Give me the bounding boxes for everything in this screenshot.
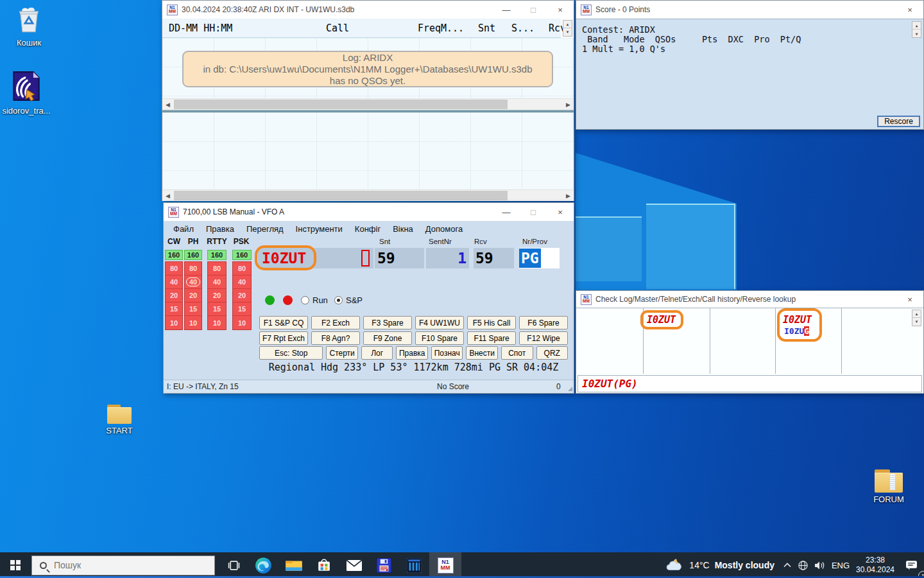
- rescore-button[interactable]: Rescore: [877, 116, 920, 127]
- band-button[interactable]: 15: [208, 302, 226, 316]
- band-button[interactable]: 15: [166, 302, 182, 316]
- minimize-button[interactable]: —: [493, 203, 520, 221]
- menu-item[interactable]: Вікна: [393, 224, 413, 234]
- band-button[interactable]: 160: [207, 250, 227, 260]
- task-view-button[interactable]: [219, 552, 248, 578]
- n1mm-taskbar-button-active[interactable]: N1MM: [429, 552, 461, 578]
- mail-button[interactable]: [339, 552, 369, 578]
- close-button[interactable]: ×: [896, 291, 923, 308]
- sp-radio-label[interactable]: S&P: [346, 295, 363, 305]
- fkey-button[interactable]: F12 Wipe: [519, 331, 568, 345]
- sp-radio[interactable]: [334, 296, 343, 304]
- action-button[interactable]: Лог: [361, 346, 393, 360]
- band-button[interactable]: 160: [184, 250, 202, 260]
- action-button[interactable]: Спот: [501, 346, 533, 360]
- check-spinner[interactable]: ▲▼: [912, 310, 921, 326]
- fkey-button[interactable]: F1 S&P CQ: [259, 316, 308, 329]
- band-button[interactable]: 10: [208, 316, 226, 329]
- scrollbar-thumb[interactable]: [174, 191, 508, 200]
- fkey-button[interactable]: F10 Spare: [415, 331, 464, 345]
- band-button[interactable]: 10: [233, 316, 251, 329]
- scroll-right-icon[interactable]: ▶: [563, 190, 574, 201]
- log-upper-scrollbar[interactable]: ◀ ▶: [162, 98, 574, 110]
- store-button[interactable]: [309, 552, 339, 578]
- band-button[interactable]: 20: [185, 289, 201, 302]
- action-button[interactable]: Esc: Stop: [259, 346, 323, 360]
- fkey-button[interactable]: F6 Spare: [519, 316, 568, 329]
- log-column-header[interactable]: DD-MM HH:MM: [169, 22, 289, 34]
- weather-widget[interactable]: 14°C Mostly cloudy: [660, 552, 780, 578]
- scroll-left-icon[interactable]: ◀: [162, 99, 173, 110]
- search-input[interactable]: [53, 559, 181, 571]
- volume-tray-button[interactable]: [811, 552, 829, 578]
- band-button[interactable]: 80: [208, 262, 226, 276]
- action-button[interactable]: Познач: [431, 346, 463, 360]
- band-button[interactable]: 40: [233, 276, 251, 289]
- run-radio-label[interactable]: Run: [312, 295, 328, 305]
- fkey-button[interactable]: F7 Rpt Exch: [259, 331, 308, 345]
- maximize-button[interactable]: □: [520, 1, 547, 19]
- nrprov-field[interactable]: PG: [519, 248, 560, 268]
- band-button[interactable]: 40: [208, 276, 226, 289]
- snt-field[interactable]: 59: [375, 248, 424, 268]
- band-button[interactable]: 20: [166, 289, 182, 302]
- fkey-button[interactable]: F3 Spare: [363, 316, 412, 329]
- network-tray-button[interactable]: [795, 552, 811, 578]
- band-button[interactable]: 15: [233, 302, 251, 316]
- band-button-active[interactable]: 40: [185, 276, 201, 289]
- log-column-header[interactable]: Freq: [386, 22, 441, 34]
- fkey-button[interactable]: F8 Agn?: [311, 331, 360, 345]
- band-button[interactable]: 10: [185, 316, 201, 329]
- action-button[interactable]: Правка: [396, 346, 428, 360]
- bandmap-app-button[interactable]: [399, 552, 429, 578]
- minimize-button[interactable]: —: [493, 1, 520, 19]
- file-explorer-button[interactable]: [278, 552, 309, 578]
- taskbar-clock[interactable]: 23:38 30.04.2024: [852, 552, 898, 578]
- menu-item[interactable]: Інструменти: [296, 224, 343, 234]
- fkey-button[interactable]: F5 His Call: [467, 316, 516, 329]
- log-header-spinner[interactable]: ▲▼: [563, 20, 572, 37]
- band-button[interactable]: 20: [208, 289, 226, 302]
- check-window-titlebar[interactable]: N1MM Check Log/Master/Telnet/Exch/Call h…: [576, 291, 923, 308]
- menu-item[interactable]: Перегляд: [246, 224, 284, 234]
- sentnr-field[interactable]: 1: [426, 248, 469, 268]
- score-window-titlebar[interactable]: N1MM Score - 0 Points ×: [576, 1, 923, 19]
- band-button[interactable]: 160: [232, 250, 252, 260]
- desktop-icon-start-folder[interactable]: START: [92, 405, 147, 435]
- action-button[interactable]: Стерти: [326, 346, 358, 360]
- action-button[interactable]: QRZ: [536, 346, 569, 360]
- maximize-button[interactable]: □: [520, 203, 547, 221]
- fkey-button[interactable]: F2 Exch: [311, 316, 360, 329]
- menu-item[interactable]: Файл: [173, 224, 194, 234]
- menu-item[interactable]: Допомога: [425, 224, 463, 234]
- band-button[interactable]: 10: [166, 316, 182, 329]
- rcv-field[interactable]: 59: [474, 248, 514, 268]
- close-button[interactable]: ×: [547, 203, 574, 221]
- taskbar-search[interactable]: [31, 556, 215, 575]
- band-button[interactable]: 80: [233, 262, 251, 276]
- logger-app-button[interactable]: [369, 552, 399, 578]
- scrollbar-thumb[interactable]: [174, 100, 508, 109]
- action-button[interactable]: Внести: [466, 346, 498, 360]
- desktop-icon-forum-folder[interactable]: FORUM: [861, 469, 916, 504]
- band-button[interactable]: 20: [233, 289, 251, 302]
- band-button[interactable]: 15: [185, 302, 201, 316]
- desktop-icon-sidorov-file[interactable]: sidorov_tra...: [0, 71, 54, 116]
- scroll-right-icon[interactable]: ▶: [563, 99, 574, 110]
- tray-expand-button[interactable]: [780, 552, 795, 578]
- band-button[interactable]: 160: [165, 250, 183, 260]
- fkey-button[interactable]: F4 UW1WU: [415, 316, 464, 329]
- resize-grip-icon[interactable]: ◢: [568, 385, 572, 392]
- log-column-header[interactable]: M...: [441, 22, 478, 34]
- band-button[interactable]: 80: [166, 262, 182, 276]
- language-indicator[interactable]: ENG: [829, 552, 852, 578]
- start-button[interactable]: [0, 552, 31, 578]
- run-radio[interactable]: [301, 296, 309, 304]
- edge-browser-button[interactable]: [248, 552, 278, 578]
- fkey-button[interactable]: F9 Zone: [363, 331, 412, 345]
- log-column-header[interactable]: Call: [289, 22, 386, 34]
- log-column-header[interactable]: S...: [511, 22, 549, 34]
- close-button[interactable]: ×: [896, 1, 923, 19]
- desktop-icon-recycle-bin[interactable]: Кошик: [1, 6, 56, 48]
- scroll-left-icon[interactable]: ◀: [162, 190, 173, 201]
